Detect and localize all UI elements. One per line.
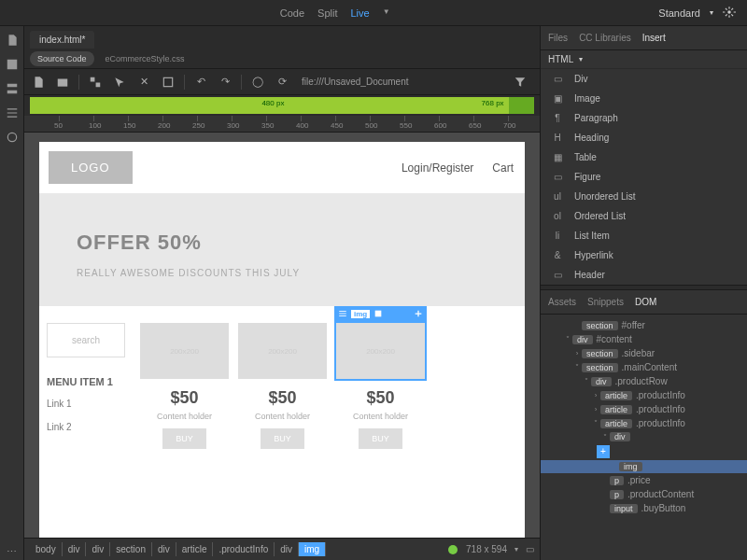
dom-node[interactable]: section#offer [541,318,747,332]
related-css-tab[interactable]: eCommerceStyle.css [98,51,192,66]
insert-item-label: Div [574,74,587,84]
buy-button[interactable]: BUY [261,428,304,449]
dom-node[interactable]: ˅div#content [541,332,747,346]
dom-node[interactable]: ˅article.productInfo [541,416,747,430]
breadcrumb-item[interactable]: .productInfo [213,542,275,556]
breadcrumb-item[interactable]: article [176,542,214,556]
buy-button[interactable]: BUY [359,428,402,449]
live-canvas[interactable]: LOGO Login/Register Cart OFFER 50% REALL… [24,133,540,538]
undo-icon[interactable]: ↶ [192,74,209,91]
new-doc-icon[interactable] [30,74,47,91]
dom-node[interactable]: input.buyButton [541,501,747,515]
status-ok-icon [447,544,458,555]
redo-icon[interactable]: ↷ [217,74,233,91]
view-code[interactable]: Code [280,7,304,19]
filter-icon[interactable] [512,74,529,91]
file-tab[interactable]: index.html* [30,31,94,49]
manage-icon[interactable] [4,56,21,73]
insert-item-label: Image [574,93,600,104]
dom-node[interactable]: ›section.sidebar [541,346,747,360]
open-icon[interactable] [54,74,71,91]
svg-point-0 [727,10,731,14]
stop-icon[interactable]: ◯ [249,74,266,91]
workspace-switcher[interactable]: Standard [658,7,700,19]
breadcrumb-item[interactable]: section [110,542,152,556]
product-image[interactable]: 200x200 [140,323,229,379]
menu-heading: MENU ITEM 1 [47,376,125,387]
tab-snippets[interactable]: Snippets [587,297,624,307]
breadcrumb-item[interactable]: div [275,542,299,556]
dom-node[interactable]: ˅section.mainContent [541,360,747,374]
chevron-down-icon[interactable]: ▼ [383,7,390,19]
insert-item[interactable]: ▦Table [541,147,747,167]
sync-settings-icon[interactable] [723,6,736,21]
login-link[interactable]: Login/Register [402,161,473,175]
dom-node[interactable]: ˅div.productRow [541,374,747,388]
insert-item[interactable]: &Hyperlink [541,245,747,265]
source-code-tab[interactable]: Source Code [30,51,94,66]
shuffle-icon[interactable]: ✕ [135,74,152,91]
product-desc: Content holder [336,412,425,421]
insert-item[interactable]: ▣Image [541,89,747,108]
media-query-bar[interactable]: 480 px 768 px [30,97,534,114]
expand-icon[interactable] [87,74,104,91]
insert-item[interactable]: liList Item [541,226,747,245]
inspect-icon[interactable] [111,74,128,91]
add-node-button[interactable]: + [597,445,610,458]
address-bar[interactable]: file:///Unsaved_Document [302,77,409,87]
breadcrumb-item[interactable]: div [152,542,176,556]
chevron-down-icon[interactable]: ▾ [710,8,713,17]
insert-category[interactable]: HTML▾ [541,50,747,69]
breadcrumb-item[interactable]: body [30,542,63,556]
element-selection-hud[interactable]: img [334,306,427,321]
dom-node[interactable]: p.productContent [541,487,747,501]
tab-insert[interactable]: Insert [642,33,666,43]
insert-item[interactable]: ▭Div [541,69,747,89]
svg-point-5 [448,545,458,554]
view-live[interactable]: Live [350,7,369,19]
dom-node[interactable]: ›article.productInfo [541,402,747,416]
view-split[interactable]: Split [317,7,337,19]
product-card[interactable]: 200x200$50Content holderBUY [238,323,327,449]
tab-files[interactable]: Files [548,33,568,43]
insert-item-label: Hyperlink [574,250,613,260]
dom-node[interactable]: ›article.productInfo [541,388,747,402]
insert-item[interactable]: ¶Paragraph [541,108,747,128]
format-icon[interactable] [160,74,176,91]
top-bar: Code Split Live ▼ Standard ▾ [0,0,747,26]
breadcrumb-item[interactable]: img [299,542,326,556]
tag-selector-breadcrumb: bodydivdivsectiondivarticle.productInfod… [24,538,540,560]
search-input[interactable]: search [47,323,125,357]
cart-link[interactable]: Cart [492,161,514,175]
tab-cc-libraries[interactable]: CC Libraries [579,33,631,43]
insert-item[interactable]: ▭Figure [541,167,747,187]
product-image[interactable]: img200x200 [336,323,425,379]
product-card[interactable]: 200x200$50Content holderBUY [140,323,229,449]
insert-item[interactable]: olOrdered List [541,206,747,226]
breadcrumb-item[interactable]: div [86,542,110,556]
insert-item[interactable]: ▭Header [541,265,747,285]
buy-button[interactable]: BUY [162,428,206,449]
tab-dom[interactable]: DOM [635,297,656,307]
insert-item[interactable]: HHeading [541,128,747,147]
breadcrumb-item[interactable]: div [63,542,87,556]
device-icon[interactable]: ▭ [526,544,534,554]
list-icon[interactable] [4,105,21,121]
file-icon[interactable] [4,32,21,49]
hero-title: OFFER 50% [77,231,525,255]
dom-node[interactable]: p.price [541,473,747,487]
product-card[interactable]: img200x200$50Content holderBUY [336,323,425,449]
more-icon[interactable]: ⋯ [4,543,21,560]
dom-node[interactable]: img [541,460,747,473]
sidebar-link[interactable]: Link 1 [47,399,125,409]
product-image[interactable]: 200x200 [238,323,327,379]
dom-node[interactable]: ˅div [541,430,747,443]
tab-assets[interactable]: Assets [548,297,576,307]
extract-icon[interactable] [4,80,21,97]
insert-item[interactable]: ulUnordered List [541,187,747,206]
insert-item-label: Figure [574,172,600,182]
refresh-icon[interactable]: ⟳ [274,74,290,91]
sidebar-link[interactable]: Link 2 [47,422,125,432]
insert-item-label: Table [574,152,597,162]
target-icon[interactable] [4,129,21,146]
